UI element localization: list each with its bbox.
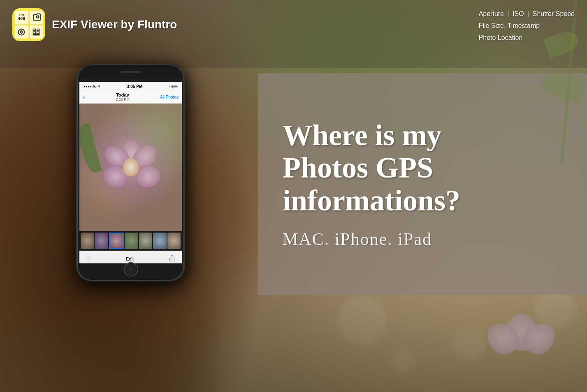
svg-rect-7 [33, 32, 35, 33]
phone-home-button[interactable] [123, 262, 138, 277]
edit-button[interactable]: Edit [126, 256, 134, 261]
share-icon[interactable] [168, 254, 176, 263]
app-name: EXIF Viewer by Fluntro [52, 18, 177, 31]
feature-iso: ISO [513, 10, 524, 17]
phone-thumbnails-strip [79, 231, 182, 251]
feature-line-1: Aperture | ISO | Shutter Speed [479, 8, 575, 20]
phone-bottom-bar: ♡ Edit [79, 251, 182, 263]
phone-main-photo [79, 104, 182, 231]
heading-line-2: Photos GPS [283, 151, 433, 184]
phone-speaker [121, 71, 141, 73]
svg-rect-9 [33, 35, 39, 35]
icon-iso-cell: ISO 400 [15, 11, 28, 24]
phone-screen: ●●●● Jio ▼ 3:05 PM ↑ 66% ‹ Today 3:05 PM… [79, 82, 182, 263]
feature-aperture: Aperture [479, 10, 504, 17]
thumbnail-1[interactable] [81, 233, 94, 249]
sub-heading: MAC. iPhone. iPad [283, 229, 562, 249]
header: ISO 400 [0, 0, 587, 68]
svg-point-4 [21, 31, 23, 33]
heart-icon[interactable]: ♡ [86, 255, 91, 263]
icon-grid-cell [30, 25, 43, 39]
svg-point-1 [37, 16, 39, 18]
svg-rect-8 [37, 32, 39, 33]
app-icon: ISO 400 [12, 8, 45, 41]
bottom-flower [480, 302, 562, 384]
thumbnail-7[interactable] [167, 233, 181, 249]
back-arrow-icon[interactable]: ‹ [83, 93, 85, 101]
thumbnail-4[interactable] [125, 233, 138, 249]
phone-signal: ●●●● Jio ▼ [84, 85, 101, 88]
main-content-panel: Where is my Photos GPS informations? MAC… [258, 73, 587, 295]
thumbnail-6[interactable] [153, 233, 166, 249]
feature-shutter: Shutter Speed [533, 10, 575, 17]
phone-time: 3:05 PM [127, 84, 142, 89]
app-logo-area: ISO 400 [12, 8, 177, 41]
main-heading: Where is my Photos GPS informations? [283, 119, 562, 217]
phone-battery: ↑ 66% [169, 85, 178, 88]
phone-nav-title: Today 3:05 PM [116, 92, 130, 101]
thumbnail-3-active[interactable] [109, 233, 124, 249]
phone-device: ●●●● Jio ▼ 3:05 PM ↑ 66% ‹ Today 3:05 PM… [76, 64, 185, 281]
phone-nav-bar: ‹ Today 3:05 PM All Photos [79, 91, 182, 104]
phone-status-bar: ●●●● Jio ▼ 3:05 PM ↑ 66% [79, 82, 182, 91]
heading-line-1: Where is my [283, 119, 442, 152]
all-photos-button[interactable]: All Photos [160, 95, 179, 99]
thumbnail-2[interactable] [95, 233, 108, 249]
divider-1: | [507, 10, 511, 17]
icon-camera-cell [30, 11, 43, 24]
bg-light [79, 104, 182, 231]
feature-line-2: File Size, Timestamp [479, 20, 575, 32]
svg-rect-5 [33, 29, 35, 30]
thumbnail-5[interactable] [139, 233, 152, 249]
svg-rect-6 [37, 29, 39, 30]
iso-value: 400 [18, 17, 25, 21]
heading-line-3: informations? [283, 184, 460, 217]
icon-aperture-cell [15, 25, 28, 39]
divider-2: | [527, 10, 531, 17]
svg-point-3 [19, 29, 25, 35]
